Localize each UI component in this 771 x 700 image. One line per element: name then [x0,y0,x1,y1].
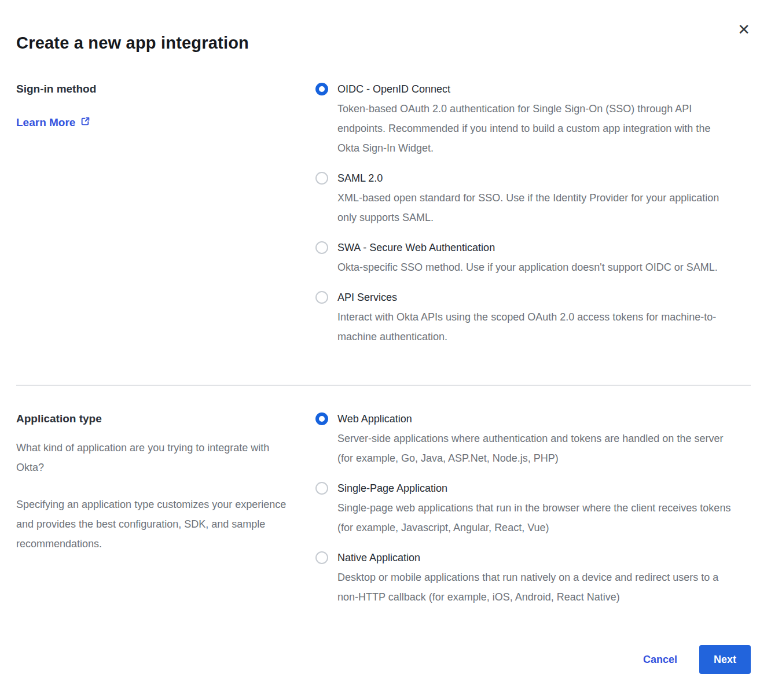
radio-unselected-icon[interactable] [315,172,328,185]
application-type-section: Application type What kind of applicatio… [16,409,751,617]
radio-option-description: XML-based open standard for SSO. Use if … [337,188,735,227]
radio-option-description: Token-based OAuth 2.0 authentication for… [337,99,735,158]
radio-option-web-application[interactable]: Web Application Server-side applications… [315,409,735,468]
radio-option-api-services[interactable]: API Services Interact with Okta APIs usi… [315,288,735,347]
next-button[interactable]: Next [699,645,751,674]
application-type-note: Specifying an application type customize… [16,495,288,554]
close-button[interactable]: ✕ [735,20,752,39]
radio-option-swa[interactable]: SWA - Secure Web Authentication Okta-spe… [315,238,735,277]
radio-option-description: Interact with Okta APIs using the scoped… [337,307,735,347]
radio-selected-icon[interactable] [315,83,328,95]
signin-method-options: OIDC - OpenID Connect Token-based OAuth … [315,79,735,357]
radio-unselected-icon[interactable] [315,482,328,495]
learn-more-link[interactable]: Learn More [16,116,90,129]
radio-option-native-application[interactable]: Native Application Desktop or mobile app… [315,548,735,607]
radio-option-label: Native Application [337,548,735,568]
radio-option-label: Web Application [337,409,735,429]
radio-option-description: Okta-specific SSO method. Use if your ap… [337,257,718,277]
application-type-left-column: Application type What kind of applicatio… [16,409,300,617]
dialog-footer: Cancel Next [16,645,751,674]
radio-option-label: Single-Page Application [337,478,735,498]
radio-selected-icon[interactable] [315,412,328,425]
signin-method-section: Sign-in method Learn More OIDC - OpenID … [16,79,751,357]
application-type-label: Application type [16,409,300,429]
radio-option-saml[interactable]: SAML 2.0 XML-based open standard for SSO… [315,168,735,227]
radio-option-label: OIDC - OpenID Connect [337,79,735,99]
radio-option-single-page-application[interactable]: Single-Page Application Single-page web … [315,478,735,537]
close-icon: ✕ [737,21,750,38]
signin-method-left-column: Sign-in method Learn More [16,79,300,357]
radio-option-label: SWA - Secure Web Authentication [337,238,718,257]
radio-unselected-icon[interactable] [315,551,328,564]
learn-more-label: Learn More [16,116,75,129]
radio-option-description: Server-side applications where authentic… [337,429,735,468]
radio-unselected-icon[interactable] [315,291,328,304]
signin-method-label: Sign-in method [16,79,300,99]
page-title: Create a new app integration [16,34,751,53]
radio-unselected-icon[interactable] [315,241,328,254]
create-app-integration-dialog: ✕ Create a new app integration Sign-in m… [0,0,771,700]
application-type-intro: What kind of application are you trying … [16,438,288,477]
cancel-button[interactable]: Cancel [643,654,677,666]
application-type-options: Web Application Server-side applications… [315,409,735,617]
external-link-icon [80,116,90,129]
radio-option-description: Desktop or mobile applications that run … [337,568,735,607]
radio-option-description: Single-page web applications that run in… [337,498,735,537]
radio-option-oidc[interactable]: OIDC - OpenID Connect Token-based OAuth … [315,79,735,158]
radio-option-label: API Services [337,288,735,307]
section-divider [16,385,751,386]
radio-option-label: SAML 2.0 [337,168,735,188]
